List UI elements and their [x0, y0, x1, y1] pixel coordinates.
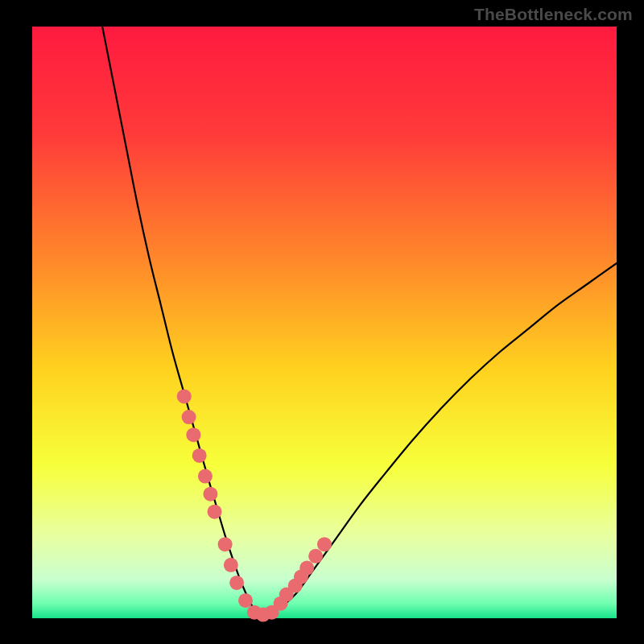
marker-point [308, 549, 323, 564]
marker-point [192, 448, 207, 463]
marker-point [224, 558, 238, 572]
marker-point [299, 561, 314, 576]
bottleneck-chart [0, 0, 644, 644]
chart-stage: TheBottleneck.com [0, 0, 644, 644]
marker-point [317, 537, 332, 551]
marker-point [182, 410, 196, 424]
marker-point [218, 537, 233, 551]
marker-point [198, 469, 213, 484]
marker-point [229, 576, 244, 590]
marker-point [203, 487, 217, 502]
marker-point [177, 389, 192, 403]
marker-point [208, 505, 222, 519]
marker-point [238, 593, 253, 608]
marker-point [186, 427, 200, 442]
